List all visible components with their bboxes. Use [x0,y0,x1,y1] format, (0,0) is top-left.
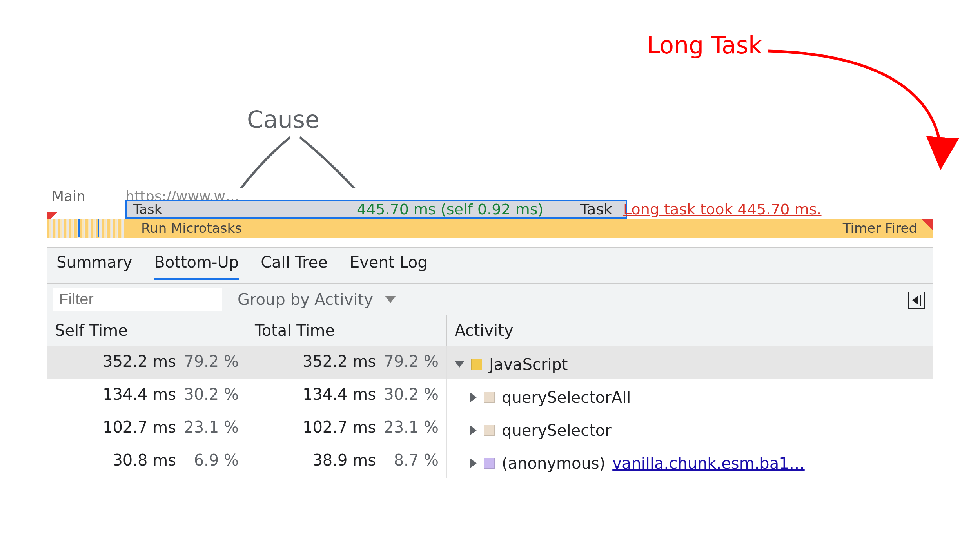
table-row[interactable]: 352.2 ms79.2 %352.2 ms79.2 %JavaScript [47,346,933,379]
chevron-down-icon[interactable] [455,361,464,368]
activity-label: querySelector [502,421,612,439]
category-swatch [484,458,495,469]
time-cell: 352.2 ms79.2 % [47,346,247,379]
time-cell: 38.9 ms8.7 % [247,445,447,478]
time-cell: 102.7 ms23.1 % [247,412,447,445]
annotation-long-task: Long Task [647,31,762,59]
source-link[interactable]: vanilla.chunk.esm.ba1… [612,454,805,472]
table-row[interactable]: 30.8 ms6.9 %38.9 ms8.7 %(anonymous) vani… [47,445,933,478]
table-row[interactable]: 134.4 ms30.2 %134.4 ms30.2 %querySelecto… [47,379,933,412]
toggle-sidebar-button[interactable] [908,292,925,309]
tab-summary[interactable]: Summary [56,253,132,278]
long-task-warning[interactable]: Long task took 445.70 ms. [623,200,822,219]
col-activity[interactable]: Activity [447,315,933,346]
col-self-time[interactable]: Self Time [47,315,247,346]
activity-label: JavaScript [489,355,568,373]
filter-input[interactable] [53,288,222,311]
time-cell: 30.8 ms6.9 % [47,445,247,478]
category-swatch [471,359,482,370]
chevron-right-icon[interactable] [470,426,477,435]
activity-cell: JavaScript [447,346,933,379]
column-headers: Self Time Total Time Activity [47,315,933,346]
devtools-performance-panel: Main https://www.w… Task 445.70 ms (self… [47,188,933,478]
category-swatch [484,392,495,403]
flame-tick [98,219,99,237]
activity-cell: (anonymous) vanilla.chunk.esm.ba1… [447,445,933,478]
activity-cell: querySelector [447,412,933,445]
time-cell: 102.7 ms23.1 % [47,412,247,445]
flame-chart-strip: Main https://www.w… Task 445.70 ms (self… [47,188,933,248]
flame-microtasks-label: Run Microtasks [141,219,242,237]
tab-bottom-up[interactable]: Bottom-Up [154,253,239,280]
col-total-time[interactable]: Total Time [247,315,447,346]
truncation-marker-right [922,219,933,230]
chevron-right-icon[interactable] [470,459,477,468]
chevron-right-icon[interactable] [470,393,477,402]
filter-bar: Group by Activity [47,284,933,315]
bottom-up-rows: 352.2 ms79.2 %352.2 ms79.2 %JavaScript13… [47,346,933,478]
tab-event-log[interactable]: Event Log [350,253,428,278]
category-swatch [484,425,495,436]
time-cell: 134.4 ms30.2 % [47,379,247,412]
activity-label: querySelectorAll [502,388,631,406]
time-cell: 352.2 ms79.2 % [247,346,447,379]
flame-micro-bars[interactable] [47,219,125,238]
flame-timer-label: Timer Fired [843,219,917,237]
flame-script-band[interactable] [125,219,933,238]
arrow-long-task [757,43,960,184]
tab-call-tree[interactable]: Call Tree [261,253,328,278]
flame-tick [78,219,80,237]
group-by-label: Group by Activity [238,290,373,308]
time-cell: 134.4 ms30.2 % [247,379,447,412]
table-row[interactable]: 102.7 ms23.1 %102.7 ms23.1 %querySelecto… [47,412,933,445]
activity-label: (anonymous) [502,454,605,472]
annotation-cause: Cause [247,106,319,133]
activity-cell: querySelectorAll [447,379,933,412]
chevron-down-icon [385,296,396,303]
task-type: Task [580,200,612,219]
task-duration: 445.70 ms (self 0.92 ms) [357,200,543,219]
details-tabs: Summary Bottom-Up Call Tree Event Log [47,248,933,284]
group-by-select[interactable]: Group by Activity [238,290,396,308]
